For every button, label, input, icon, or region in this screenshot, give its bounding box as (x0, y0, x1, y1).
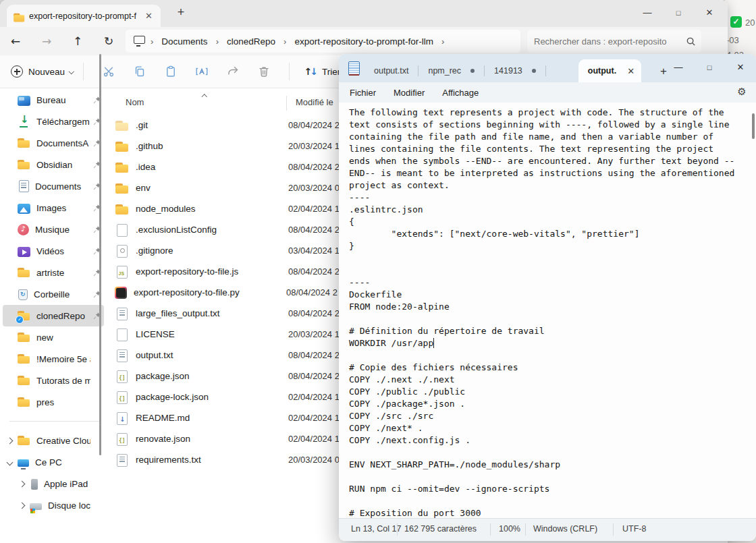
file-name: README.md (136, 413, 288, 423)
folder-icon (18, 396, 30, 408)
sidebar-item[interactable]: Images (3, 197, 104, 219)
text-cursor (433, 338, 434, 348)
sidebar-item[interactable]: !Memoire 5e an (3, 348, 104, 370)
sort-ascending-icon (202, 94, 207, 100)
column-modified[interactable]: Modifié le (296, 97, 333, 107)
breadcrumb-item-label: clonedRepo (223, 36, 279, 47)
paste-button[interactable] (155, 65, 186, 78)
sidebar-item[interactable]: Musique (3, 219, 104, 240)
delete-button[interactable] (248, 65, 279, 78)
explorer-tab[interactable]: export-repository-to-prompt-f ✕ (7, 5, 161, 27)
chevron-down-icon (69, 69, 74, 74)
sidebar-item[interactable]: pres (3, 391, 104, 413)
tree-chevron[interactable] (3, 438, 16, 443)
minimize-button[interactable]: — (663, 54, 694, 81)
refresh-icon[interactable]: ↻ (93, 34, 124, 48)
tab-close-icon[interactable]: ✕ (142, 10, 155, 22)
sidebar-item[interactable]: Obsidian (3, 154, 104, 175)
close-button[interactable]: ✕ (725, 54, 756, 81)
forward-icon[interactable]: → (31, 34, 62, 48)
sidebar-item[interactable]: ✓ clonedRepo (3, 305, 104, 326)
breadcrumb-separator: › (212, 36, 223, 47)
copy-button[interactable] (124, 65, 155, 78)
sidebar-item[interactable]: Documents (3, 175, 104, 197)
breadcrumb-item[interactable]: Documents › (157, 36, 223, 47)
sidebar-item[interactable]: Tutorats de mér (3, 370, 104, 391)
breadcrumb-separator: › (279, 36, 290, 47)
editor-content[interactable]: The following text represents a project … (339, 103, 756, 519)
search-input[interactable] (533, 36, 686, 47)
file-gear-icon (115, 244, 129, 258)
notepad-tab[interactable]: npm_rec (420, 59, 483, 82)
column-divider[interactable] (286, 96, 287, 111)
navigation-pane: Bureau Téléchargem DocumentsA (0, 89, 107, 543)
maximize-button[interactable]: □ (694, 54, 725, 81)
sidebar-item[interactable]: artriste (3, 262, 104, 283)
up-icon[interactable]: ↑ (62, 34, 93, 48)
folder-icon (18, 353, 30, 365)
menu-modifier[interactable]: Modifier (385, 85, 433, 101)
new-tab-button[interactable]: + (173, 5, 189, 20)
sidebar-item[interactable]: Disque local (C (3, 494, 104, 516)
new-button[interactable]: Nouveau (11, 65, 74, 78)
sidebar-item[interactable]: Creative Cloud F (3, 430, 104, 451)
sync-check-icon: ✓ (730, 16, 742, 28)
status-divider (490, 523, 491, 536)
tree-chevron[interactable] (15, 482, 28, 486)
background-text-fragment: 20 (745, 18, 755, 28)
sidebar-item[interactable]: Vidéos (3, 240, 104, 262)
sidebar-item[interactable]: Bureau (3, 89, 104, 111)
sidebar-item[interactable]: Apple iPad (3, 473, 104, 494)
breadcrumb-item[interactable]: export-repository-to-prompt-for-llm › (290, 36, 448, 47)
breadcrumb[interactable]: › Documents › clonedRepo › export-reposi… (126, 30, 520, 53)
search-icon[interactable] (686, 36, 696, 47)
cut-icon (102, 65, 115, 78)
encoding[interactable]: UTF-8 (622, 524, 646, 534)
menu-fichier[interactable]: Fichier (342, 85, 384, 101)
new-button-label: Nouveau (28, 67, 65, 77)
copy-icon (133, 65, 146, 78)
folder-faded-icon (115, 119, 129, 132)
notepad-tab[interactable]: 141913 (486, 59, 544, 82)
menu-affichage[interactable]: Affichage (434, 85, 487, 101)
settings-gear-icon[interactable]: ⚙ (736, 86, 748, 98)
cut-button[interactable] (93, 65, 124, 78)
column-name[interactable]: Nom (126, 97, 144, 107)
sidebar-item[interactable]: Corbeille (3, 283, 104, 305)
line-ending-type[interactable]: Windows (CRLF) (533, 524, 597, 534)
breadcrumb-separator: › (437, 36, 448, 47)
rename-button[interactable] (186, 65, 217, 78)
notepad-tabs: output.txt npm_rec 141913 output. ✕+ (366, 54, 671, 82)
editor-scrollbar[interactable] (752, 113, 755, 139)
breadcrumb-item[interactable]: clonedRepo › (223, 36, 290, 47)
zoom-level[interactable]: 100% (499, 524, 520, 534)
tab-close-icon[interactable]: ✕ (627, 66, 634, 76)
notepad-tab-label: output.txt (374, 66, 408, 76)
notepad-tab[interactable]: output. ✕ (578, 59, 641, 82)
tree-chevron[interactable] (3, 460, 16, 465)
back-icon[interactable]: ← (0, 34, 31, 48)
sidebar-item[interactable]: DocumentsA (3, 132, 104, 154)
file-name: .git (136, 120, 288, 130)
tree-chevron[interactable] (15, 503, 28, 508)
share-button[interactable] (217, 65, 248, 78)
notepad-tab[interactable]: output.txt (366, 59, 416, 82)
sidebar-item[interactable]: new (3, 326, 104, 348)
file-js-icon (115, 265, 129, 279)
this-pc-icon[interactable] (134, 36, 145, 44)
sidebar-item[interactable]: Téléchargem (3, 111, 104, 132)
minimize-button[interactable]: — (632, 0, 663, 26)
search-box[interactable] (527, 30, 701, 53)
close-button[interactable]: ✕ (694, 0, 725, 26)
cursor-position: Ln 13, Col 17 (351, 524, 401, 534)
sidebar-item[interactable]: Ce PC (3, 451, 104, 473)
notepad-title-bar[interactable]: output.txt npm_rec 141913 output. ✕+ — □… (339, 54, 756, 82)
sidebar-scrollbar[interactable] (99, 54, 101, 455)
file-name: requirements.txt (136, 455, 288, 465)
file-name: node_modules (136, 204, 288, 214)
text-editor[interactable]: The following text represents a project … (339, 103, 756, 519)
sidebar-item-label: Musique (35, 225, 90, 235)
folder-icon (18, 266, 30, 279)
file-blank-icon (115, 328, 129, 341)
maximize-button[interactable]: □ (663, 0, 694, 26)
